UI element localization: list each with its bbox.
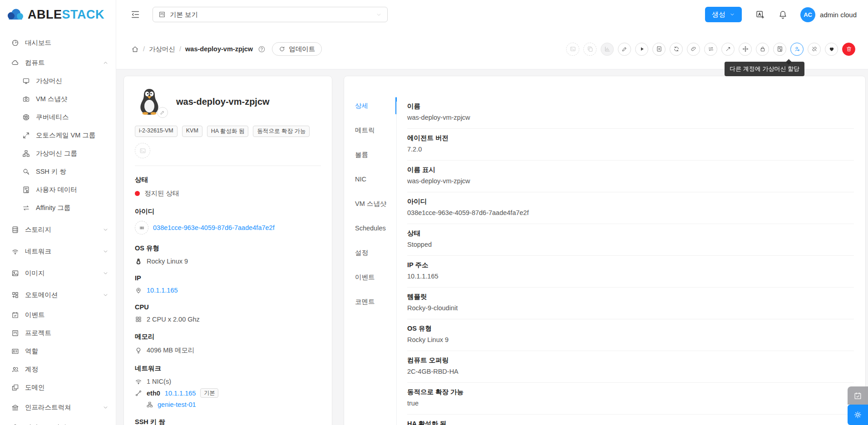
tab-metrics[interactable]: 메트릭 xyxy=(355,118,396,142)
penguin-icon xyxy=(135,258,142,265)
user-name: admin cloud xyxy=(820,11,857,19)
assign-account-button[interactable] xyxy=(790,43,804,56)
ssh-section: SSH 키 쌍 xyxy=(135,418,321,425)
network-name-link[interactable]: genie-test-01 xyxy=(158,401,196,408)
assign-account-icon xyxy=(794,46,800,52)
bell-icon[interactable] xyxy=(778,10,788,20)
sidebar-item-storage[interactable]: 스토리지 xyxy=(0,220,116,239)
id-section: 아이디 038e1cce-963e-4059-87d6-7aade4fa7e2f xyxy=(135,207,321,234)
sidebar-item-ssh-keypair[interactable]: SSH 키 쌍 xyxy=(0,162,116,181)
scale-vm-button[interactable] xyxy=(721,43,735,56)
bulb-icon xyxy=(135,347,142,354)
wifi-icon xyxy=(11,248,19,255)
sidebar-item-dashboard[interactable]: 대시보드 xyxy=(0,34,116,52)
nic-ip-link[interactable]: 10.1.1.165 xyxy=(165,390,196,397)
create-button[interactable]: 생성 xyxy=(705,7,742,22)
sidebar-item-infrastructure[interactable]: 인프라스트럭쳐 xyxy=(0,398,116,416)
sidebar-item-events[interactable]: 이벤트 xyxy=(0,306,116,324)
tab-comments[interactable]: 코멘트 xyxy=(355,289,396,314)
vm-detail-card: 상세 메트릭 볼륨 NIC VM 스냅샷 Schedules 설정 이벤트 코멘… xyxy=(344,76,866,425)
tab-settings[interactable]: 설정 xyxy=(355,240,396,265)
start-vm-button[interactable] xyxy=(635,43,648,56)
os-penguin-image xyxy=(135,87,164,116)
sidebar-item-image[interactable]: 이미지 xyxy=(0,264,116,282)
breadcrumb-section[interactable]: 가상머신 xyxy=(149,45,175,54)
detail-row-name: 이름was-deploy-vm-zpjcw xyxy=(407,97,854,129)
sidebar-item-accounts[interactable]: 계정 xyxy=(0,360,116,378)
question-icon[interactable] xyxy=(258,45,266,53)
detail-row-ip: IP 주소10.1.1.165 xyxy=(407,256,854,288)
update-button[interactable]: 업데이트 xyxy=(272,42,322,56)
reinstall-vm-button[interactable] xyxy=(652,43,666,56)
reset-password-button[interactable] xyxy=(756,43,769,56)
tab-schedules[interactable]: Schedules xyxy=(355,216,396,240)
delete-vm-button[interactable] xyxy=(842,43,855,56)
tab-nic[interactable]: NIC xyxy=(355,167,396,191)
detail-list: 이름was-deploy-vm-zpjcw 에이전트 버전7.2.0 이름 표시… xyxy=(407,97,854,425)
home-icon[interactable] xyxy=(131,45,139,53)
chevron-down-icon xyxy=(103,405,108,410)
cloud-icon xyxy=(11,59,19,67)
swap-vm-button[interactable] xyxy=(704,43,717,56)
team-icon xyxy=(11,366,19,373)
detail-row-dynamic-scalable: 동적으로 확장 가능true xyxy=(407,383,854,415)
nic-name: eth0 xyxy=(147,390,160,397)
tabs-divider xyxy=(396,102,397,425)
tab-volumes[interactable]: 볼륨 xyxy=(355,142,396,167)
sidebar-item-compute[interactable]: 컴퓨트 xyxy=(0,54,116,72)
sidebar-item-autoscale-group[interactable]: 오토스케일 VM 그룹 xyxy=(0,126,116,144)
sidebar: ABLESTACK 대시보드 컴퓨트 가상머신 VM 스냅샷 쿠버네티스 오토스… xyxy=(0,0,116,425)
sidebar-collapse-icon[interactable] xyxy=(130,10,140,20)
sidebar-menu: 대시보드 컴퓨트 가상머신 VM 스냅샷 쿠버네티스 오토스케일 VM 그룹 가… xyxy=(0,29,116,425)
floating-settings-button[interactable] xyxy=(848,405,868,425)
floating-events-button[interactable] xyxy=(848,386,868,405)
chart-icon xyxy=(604,46,611,52)
avatar[interactable]: AC xyxy=(800,7,815,22)
status-section: 상태 정지된 상태 xyxy=(135,176,321,198)
favorite-button[interactable] xyxy=(825,43,838,56)
sidebar-item-kubernetes[interactable]: 쿠버네티스 xyxy=(0,108,116,126)
tab-events[interactable]: 이벤트 xyxy=(355,265,396,289)
sidebar-item-affinity-group[interactable]: Affinity 그룹 xyxy=(0,199,116,217)
migrate-vm-button[interactable] xyxy=(739,43,752,56)
sidebar-item-user-data[interactable]: 사용자 데이터 xyxy=(0,181,116,199)
sidebar-item-vm[interactable]: 가상머신 xyxy=(0,72,116,90)
sidebar-item-vm-snapshot[interactable]: VM 스냅샷 xyxy=(0,90,116,108)
edit-vm-button[interactable] xyxy=(618,43,631,56)
sidebar-item-network[interactable]: 네트워크 xyxy=(0,242,116,260)
tab-details[interactable]: 상세 xyxy=(355,93,396,118)
user-data-button[interactable] xyxy=(773,43,786,56)
attach-iso-button[interactable] xyxy=(687,43,700,56)
user-add-doc-icon[interactable] xyxy=(755,10,765,20)
chevron-down-icon xyxy=(103,292,108,298)
sidebar-item-vm-group[interactable]: 가상머신 그룹 xyxy=(0,144,116,162)
view-selector[interactable]: 기본 보기 xyxy=(153,7,388,22)
calendar-check-icon xyxy=(11,311,19,319)
sidebar-item-service-offerings[interactable]: 서비스 오퍼링 xyxy=(0,418,116,425)
restore-vm-button[interactable] xyxy=(670,43,683,56)
sidebar-item-projects[interactable]: 프로젝트 xyxy=(0,324,116,342)
vm-summary-card: was-deploy-vm-zpjcw i-2-32615-VM KVM HA … xyxy=(123,76,332,425)
breadcrumb-current: was-deploy-vm-zpjcw xyxy=(185,45,253,53)
project-view-icon xyxy=(158,11,166,18)
tab-vm-snapshot[interactable]: VM 스냅샷 xyxy=(355,191,396,216)
tag-instance-name: i-2-32615-VM xyxy=(135,126,178,137)
copy-icon xyxy=(587,46,593,52)
sidebar-item-domains[interactable]: 도메인 xyxy=(0,378,116,396)
image-icon xyxy=(11,269,19,277)
sidebar-item-automation[interactable]: 오토메이션 xyxy=(0,286,116,304)
disconnect-button[interactable] xyxy=(808,43,821,56)
console-disabled-button xyxy=(135,143,150,158)
assign-account-tooltip: 다른 계정에 가상머신 할당 xyxy=(725,62,804,76)
ip-section: IP 10.1.1.165 xyxy=(135,274,321,294)
sitemap-icon xyxy=(147,401,153,408)
brand-logo[interactable]: ABLESTACK xyxy=(0,0,116,29)
edit-icon-badge[interactable] xyxy=(157,107,168,118)
vm-title: was-deploy-vm-zpjcw xyxy=(176,97,270,107)
chevron-up-icon xyxy=(103,60,108,66)
chevron-down-icon xyxy=(376,12,382,18)
sidebar-item-roles[interactable]: 역할 xyxy=(0,342,116,360)
vm-id-link[interactable]: 038e1cce-963e-4059-87d6-7aade4fa7e2f xyxy=(153,224,275,231)
clone-button xyxy=(583,43,597,56)
ip-link[interactable]: 10.1.1.165 xyxy=(147,287,178,294)
